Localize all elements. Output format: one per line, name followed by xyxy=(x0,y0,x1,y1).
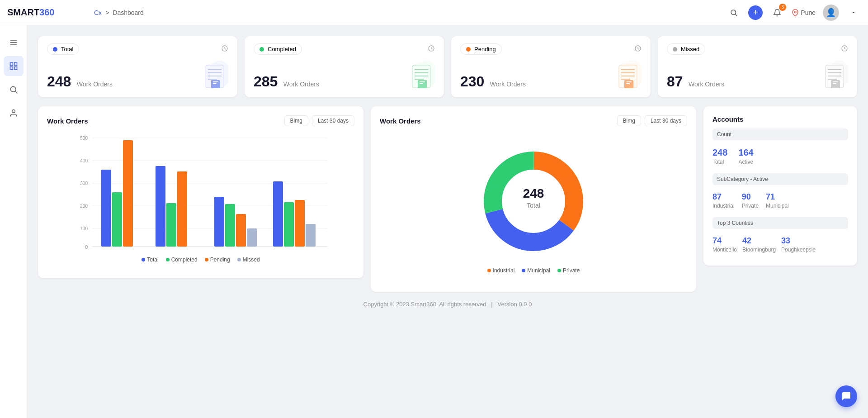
county-bloomingburg: 42 Bloomingburg xyxy=(742,236,776,253)
donut-container: 248 Total Industrial Municipal Private xyxy=(380,133,687,283)
bar-chart-card: Work Orders Blmg Last 30 days 500 400 xyxy=(38,106,363,278)
total-unit: Work Orders xyxy=(77,81,113,88)
sidebar-item-search[interactable] xyxy=(4,80,24,100)
completed-dot xyxy=(259,47,264,52)
svg-rect-70 xyxy=(177,171,187,247)
search-button[interactable] xyxy=(726,5,741,20)
subcat-municipal: 71 Municipal xyxy=(766,192,789,209)
svg-text:400: 400 xyxy=(80,158,88,163)
total-label: Total xyxy=(61,46,73,52)
svg-rect-77 xyxy=(295,200,305,247)
subcat-industrial-label: Industrial xyxy=(712,203,735,209)
donut-filter-blmg[interactable]: Blmg xyxy=(617,115,641,126)
svg-rect-31 xyxy=(420,81,425,82)
pending-label-btn[interactable]: Pending xyxy=(460,43,502,55)
donut-legend-private: Private xyxy=(557,267,580,274)
sidebar-item-user[interactable] xyxy=(4,103,24,123)
completed-number: 285 xyxy=(254,73,278,90)
donut-industrial-dot xyxy=(487,269,491,272)
sidebar-item-dashboard[interactable] xyxy=(4,56,24,76)
missed-unit: Work Orders xyxy=(689,81,724,88)
donut-municipal-label: Municipal xyxy=(527,267,550,274)
svg-rect-6 xyxy=(10,63,13,66)
account-total-label: Total xyxy=(712,159,727,165)
donut-filter-days[interactable]: Last 30 days xyxy=(645,115,687,126)
stat-card-total: Total 248 Work Orders xyxy=(38,36,237,97)
subcat-industrial-num: 87 xyxy=(712,192,735,202)
svg-point-2 xyxy=(794,11,796,13)
logo: SMART360 xyxy=(7,7,54,18)
legend-pending-label: Pending xyxy=(210,256,230,263)
total-label-btn[interactable]: Total xyxy=(47,43,79,55)
add-button[interactable]: + xyxy=(748,5,763,20)
donut-center-number: 248 xyxy=(523,186,544,200)
notification-button[interactable]: 3 xyxy=(770,5,784,20)
bar-filter-blmg[interactable]: Blmg xyxy=(284,115,308,126)
stats-row: Total 248 Work Orders xyxy=(38,36,857,97)
svg-line-1 xyxy=(736,14,737,16)
bar-filter-days[interactable]: Last 30 days xyxy=(312,115,354,126)
bar-chart-filters: Blmg Last 30 days xyxy=(284,115,354,126)
notif-badge: 3 xyxy=(779,4,786,11)
account-total-stat: 248 Total xyxy=(712,147,727,165)
completed-label: Completed xyxy=(268,46,296,52)
svg-rect-68 xyxy=(156,166,165,247)
completed-label-btn[interactable]: Completed xyxy=(254,43,302,55)
subcat-municipal-num: 71 xyxy=(766,192,789,202)
missed-label: Missed xyxy=(681,46,699,52)
stat-card-completed: Completed 285 Work Orders xyxy=(245,36,444,97)
subcat-industrial: 87 Industrial xyxy=(712,192,735,209)
county-bloomingburg-num: 42 xyxy=(742,236,776,246)
county-monticello: 74 Monticello xyxy=(712,236,737,253)
breadcrumb-cx[interactable]: Cx xyxy=(94,9,102,16)
svg-point-10 xyxy=(10,86,16,92)
top3-label: Top 3 Counties xyxy=(712,217,848,229)
stat-card-missed-header: Missed xyxy=(667,43,848,55)
avatar[interactable]: 👤 xyxy=(823,5,839,21)
svg-rect-41 xyxy=(626,81,632,82)
main-content: Total 248 Work Orders xyxy=(27,25,868,418)
breadcrumb: Cx > Dashboard xyxy=(90,9,726,16)
county-bloomingburg-label: Bloomingburg xyxy=(742,247,776,253)
legend-pending: Pending xyxy=(205,256,230,263)
legend-total-dot xyxy=(142,258,145,261)
donut-private-dot xyxy=(557,269,561,272)
profile-dropdown-button[interactable] xyxy=(846,5,861,20)
svg-rect-73 xyxy=(236,214,246,247)
accounts-subcats: 87 Industrial 90 Private 71 Municipal xyxy=(712,189,848,213)
legend-completed: Completed xyxy=(166,256,198,263)
donut-industrial-label: Industrial xyxy=(493,267,515,274)
county-poughkeepsie: 33 Poughkeepsie xyxy=(781,236,816,253)
legend-missed-dot xyxy=(237,258,241,261)
legend-total-label: Total xyxy=(147,256,158,263)
topnav-actions: + 3 Pune 👤 xyxy=(726,5,861,21)
bar-chart-svg: 500 400 300 200 100 0 xyxy=(47,133,354,251)
svg-rect-21 xyxy=(213,81,218,82)
bar-chart-title: Work Orders xyxy=(47,117,88,125)
stat-card-completed-header: Completed xyxy=(254,43,435,55)
sidebar-item-menu[interactable] xyxy=(4,33,24,52)
footer-version: Version 0.0.0 xyxy=(498,301,532,308)
stat-card-missed: Missed 87 Work Orders xyxy=(658,36,857,97)
chat-bubble[interactable] xyxy=(835,385,857,407)
missed-label-btn[interactable]: Missed xyxy=(667,43,705,55)
svg-point-0 xyxy=(731,10,736,15)
donut-chart-filters: Blmg Last 30 days xyxy=(617,115,687,126)
svg-text:200: 200 xyxy=(80,204,88,209)
svg-rect-65 xyxy=(101,170,111,247)
topnav: SMART360 Cx > Dashboard + 3 Pune 👤 xyxy=(0,0,868,25)
account-active-label: Active xyxy=(738,159,753,165)
completed-unit: Work Orders xyxy=(283,81,319,88)
svg-rect-67 xyxy=(123,140,133,247)
legend-completed-dot xyxy=(166,258,170,261)
subcat-private: 90 Private xyxy=(742,192,759,209)
donut-chart-header: Work Orders Blmg Last 30 days xyxy=(380,115,687,126)
location-button[interactable]: Pune xyxy=(792,9,816,16)
svg-rect-32 xyxy=(420,83,423,84)
subcategory-label: SubCategory - Active xyxy=(712,173,848,185)
svg-rect-42 xyxy=(626,83,630,84)
missed-dot xyxy=(673,47,677,52)
donut-chart-card: Work Orders Blmg Last 30 days xyxy=(371,106,696,292)
donut-center-label: Total xyxy=(527,202,540,209)
accounts-panel: Accounts Count 248 Total 164 Active SubC… xyxy=(703,106,857,266)
